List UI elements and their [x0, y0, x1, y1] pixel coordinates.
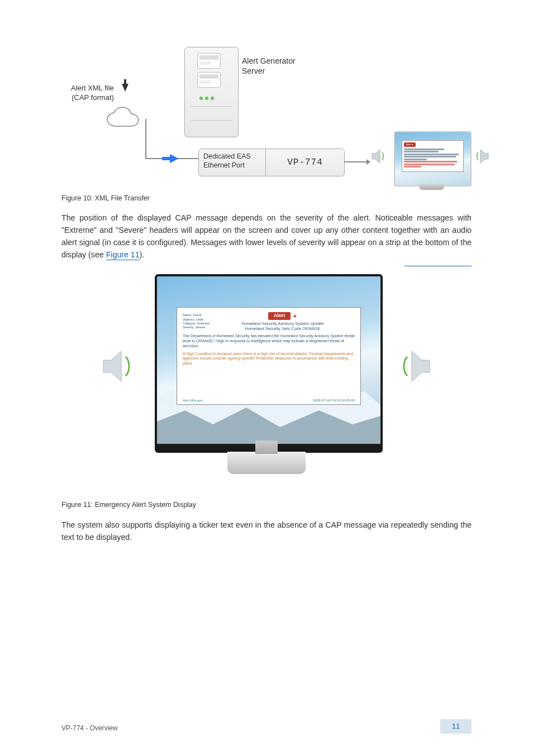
- para2-text: The system also supports displaying a ti…: [61, 519, 472, 543]
- page-footer: VP-774 - Overview 11: [61, 719, 472, 734]
- arrow-right-icon: [170, 154, 179, 163]
- alert-footer-url: http://dhs.gov: [183, 399, 203, 403]
- figure-caption-main: Figure 11: Emergency Alert System Displa…: [61, 500, 472, 510]
- monitor-stand: [419, 183, 444, 190]
- speaker-icon: [474, 148, 489, 165]
- figure-caption-top: Figure 10: XML File Transfer: [61, 193, 472, 204]
- speaker-icon: [394, 347, 433, 386]
- status-line: Status: Actual: [183, 313, 211, 317]
- alert-tag: Alert: [268, 312, 291, 319]
- alert-overlay-large: Status: Actual Urgency: Likely Category:…: [177, 307, 361, 405]
- page-number: 11: [440, 719, 472, 734]
- arrow-down-icon: [122, 84, 129, 92]
- server-label-line2: Server: [242, 66, 265, 75]
- alert-status-column: Status: Actual Urgency: Likely Category:…: [183, 312, 211, 329]
- status-line: Urgency: Likely: [183, 318, 211, 322]
- alert-triangle-icon: ▲: [292, 313, 297, 319]
- page: Alert Generator Server Alert XML file (C…: [0, 0, 533, 756]
- server-label: Alert Generator Server: [242, 56, 296, 76]
- alert-paragraph-highlight: A High Condition is declared when there …: [183, 352, 355, 366]
- monitor-large-icon: Status: Actual Urgency: Likely Category:…: [155, 274, 383, 453]
- alert-footer-time: 2003-07-16T14:31:00-05:00: [313, 399, 355, 403]
- output-line: [344, 161, 367, 162]
- xml-file-label-line1: Alert XML file: [71, 84, 114, 92]
- figure-xml-transfer: Alert Generator Server Alert XML file (C…: [61, 39, 486, 190]
- alert-overlay-small: Alert ▲: [402, 140, 464, 172]
- para1-tail: ).: [140, 250, 145, 259]
- xml-file-label: Alert XML file (CAP format): [71, 84, 114, 103]
- figure-emergency-alert: Status: Actual Urgency: Likely Category:…: [88, 274, 445, 497]
- speaker-icon: [371, 148, 387, 165]
- section-underline: [61, 264, 472, 266]
- status-line: Category: Unknown: [183, 322, 211, 326]
- body-paragraph-1: The position of the displayed CAP messag…: [61, 212, 472, 266]
- network-line: [145, 119, 146, 159]
- device-name: VP-774: [266, 156, 344, 170]
- server-icon: [184, 47, 239, 137]
- xml-file-label-line2: (CAP format): [72, 93, 114, 102]
- status-line: Severity: Severe: [183, 326, 211, 329]
- figure-link[interactable]: Figure 11: [106, 250, 140, 260]
- alert-paragraph: The Department of Homeland Security has …: [183, 334, 355, 348]
- alert-tag-small: Alert ▲: [404, 142, 416, 147]
- server-label-line1: Alert Generator: [242, 56, 296, 65]
- eas-port-line2: Ethernet Port: [203, 161, 245, 169]
- eas-port-label: Dedicated EAS Ethernet Port: [199, 149, 266, 176]
- device-box: Dedicated EAS Ethernet Port VP-774: [198, 149, 345, 176]
- monitor-stand: [227, 452, 306, 474]
- alert-headline1: Homeland Security Advisory System Update: [241, 321, 323, 326]
- eas-port-line1: Dedicated EAS: [203, 152, 251, 160]
- body-paragraph-2: The system also supports displaying a ti…: [61, 519, 472, 543]
- monitor-small-icon: Alert ▲: [394, 131, 472, 186]
- alert-headline2: Homeland Security Sets Code ORANGE: [245, 326, 320, 331]
- speaker-icon: [100, 347, 139, 386]
- footer-product: VP-774 - Overview: [61, 723, 118, 734]
- cloud-icon: [105, 106, 144, 132]
